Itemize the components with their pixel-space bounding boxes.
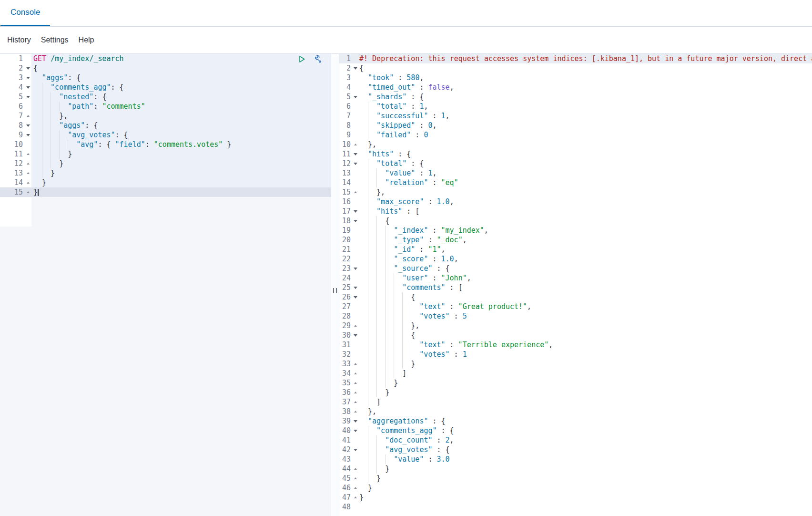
code-line[interactable]: 3"aggs": {: [0, 73, 331, 83]
fold-open-icon[interactable]: [353, 334, 358, 337]
fold-open-icon[interactable]: [353, 153, 358, 155]
code-content: },: [358, 187, 812, 197]
code-content[interactable]: "aggs": {: [31, 121, 331, 130]
wrench-icon[interactable]: [313, 55, 322, 63]
fold-close-icon[interactable]: [353, 487, 358, 489]
code-line[interactable]: 8"aggs": {: [0, 121, 331, 130]
line-number: 48: [339, 502, 353, 512]
code-line[interactable]: 14}: [0, 178, 331, 187]
indent-guide: [51, 159, 59, 168]
indent-guide: [368, 350, 376, 359]
code-line[interactable]: 15}: [0, 187, 331, 197]
code-line[interactable]: 13}: [0, 168, 331, 178]
fold-open-icon[interactable]: [353, 210, 358, 213]
fold-close-icon[interactable]: [25, 153, 31, 155]
fold-open-icon[interactable]: [25, 86, 31, 89]
fold-close-icon[interactable]: [353, 382, 358, 384]
code-content[interactable]: "nested": {: [31, 92, 331, 102]
fold-close-icon[interactable]: [25, 115, 31, 117]
fold-open-icon[interactable]: [353, 430, 358, 432]
fold-open-icon[interactable]: [353, 67, 358, 70]
fold-open-icon[interactable]: [25, 134, 31, 136]
code-content[interactable]: "path": "comments": [31, 102, 331, 111]
code-content[interactable]: },: [31, 111, 331, 121]
token-key: "timed_out": [368, 83, 415, 92]
token-punct: ,: [419, 73, 424, 82]
code-content[interactable]: GET /my_index/_search: [31, 54, 331, 63]
panel-splitter[interactable]: [331, 54, 339, 516]
request-code[interactable]: 1GET /my_index/_search2{3"aggs": {4"comm…: [0, 54, 331, 197]
indent-guide: [368, 321, 376, 330]
fold-close-icon[interactable]: [353, 144, 358, 145]
code-line[interactable]: 12}: [0, 159, 331, 168]
fold-open-icon[interactable]: [25, 96, 31, 98]
fold-close-icon[interactable]: [353, 363, 358, 365]
fold-open-icon[interactable]: [353, 287, 358, 289]
fold-close-icon[interactable]: [353, 392, 358, 393]
fold-open-icon[interactable]: [353, 449, 358, 451]
code-line[interactable]: 6"path": "comments": [0, 102, 331, 111]
line-gutter: 2: [0, 63, 31, 73]
fold-open-icon[interactable]: [353, 220, 358, 222]
code-content[interactable]: "aggs": {: [31, 73, 331, 83]
line-gutter: 13: [0, 168, 31, 178]
menu-history[interactable]: History: [7, 36, 31, 44]
indent-guide: [385, 330, 394, 340]
fold-close-icon[interactable]: [25, 191, 31, 193]
send-request-icon[interactable]: [297, 55, 306, 63]
code-content[interactable]: "comments_agg": {: [31, 83, 331, 92]
code-line[interactable]: 4"comments_agg": {: [0, 83, 331, 92]
fold-close-icon[interactable]: [353, 496, 358, 498]
token-key: "max_score": [376, 197, 424, 206]
code-line: 4"timed_out" : false,: [339, 83, 812, 92]
line-gutter: 12: [339, 159, 358, 168]
code-content[interactable]: }: [31, 178, 331, 187]
fold-open-icon[interactable]: [353, 420, 358, 423]
indent-guide: [376, 216, 385, 226]
fold-close-icon[interactable]: [25, 163, 31, 165]
code-content[interactable]: "avg_votes": {: [31, 130, 331, 140]
fold-open-icon[interactable]: [353, 163, 358, 165]
code-content[interactable]: }: [31, 159, 331, 168]
indent-guide: [359, 378, 368, 388]
code-content[interactable]: {: [31, 63, 331, 73]
code-line[interactable]: 11}: [0, 149, 331, 159]
splitter-grip-icon[interactable]: [333, 288, 337, 293]
fold-close-icon[interactable]: [25, 182, 31, 184]
line-number: 6: [339, 102, 353, 111]
fold-close-icon[interactable]: [353, 191, 358, 193]
code-line[interactable]: 1GET /my_index/_search: [0, 54, 331, 63]
code-line[interactable]: 5"nested": {: [0, 92, 331, 102]
indent-guide: [411, 311, 419, 321]
code-line[interactable]: 10"avg": { "field": "comments.votes" }: [0, 140, 331, 149]
fold-open-icon[interactable]: [25, 67, 31, 70]
fold-open-icon[interactable]: [25, 124, 31, 127]
code-line[interactable]: 7},: [0, 111, 331, 121]
code-content[interactable]: "avg": { "field": "comments.votes" }: [31, 140, 331, 149]
menu-help[interactable]: Help: [79, 36, 94, 44]
fold-open-icon[interactable]: [25, 77, 31, 79]
fold-close-icon[interactable]: [353, 477, 358, 479]
token-punct: },: [376, 188, 385, 196]
code-line[interactable]: 2{: [0, 63, 331, 73]
fold-close-icon[interactable]: [353, 401, 358, 403]
code-content[interactable]: }: [31, 168, 331, 178]
fold-close-icon[interactable]: [353, 411, 358, 413]
line-gutter: 37: [339, 397, 358, 407]
menu-settings[interactable]: Settings: [41, 36, 69, 44]
request-editor[interactable]: 1GET /my_index/_search2{3"aggs": {4"comm…: [0, 54, 331, 516]
indent-guide: [394, 302, 402, 311]
fold-close-icon[interactable]: [353, 468, 358, 470]
fold-close-icon[interactable]: [353, 325, 358, 327]
code-content[interactable]: }: [31, 149, 331, 159]
token-punct: : {: [428, 417, 445, 425]
fold-close-icon[interactable]: [353, 372, 358, 374]
indent-guide: [385, 226, 394, 235]
fold-open-icon[interactable]: [353, 96, 358, 98]
fold-close-icon[interactable]: [25, 172, 31, 174]
tab-console[interactable]: Console: [0, 0, 50, 26]
fold-open-icon[interactable]: [353, 268, 358, 270]
code-content[interactable]: }: [31, 187, 331, 197]
code-line[interactable]: 9"avg_votes": {: [0, 130, 331, 140]
fold-open-icon[interactable]: [353, 296, 358, 299]
